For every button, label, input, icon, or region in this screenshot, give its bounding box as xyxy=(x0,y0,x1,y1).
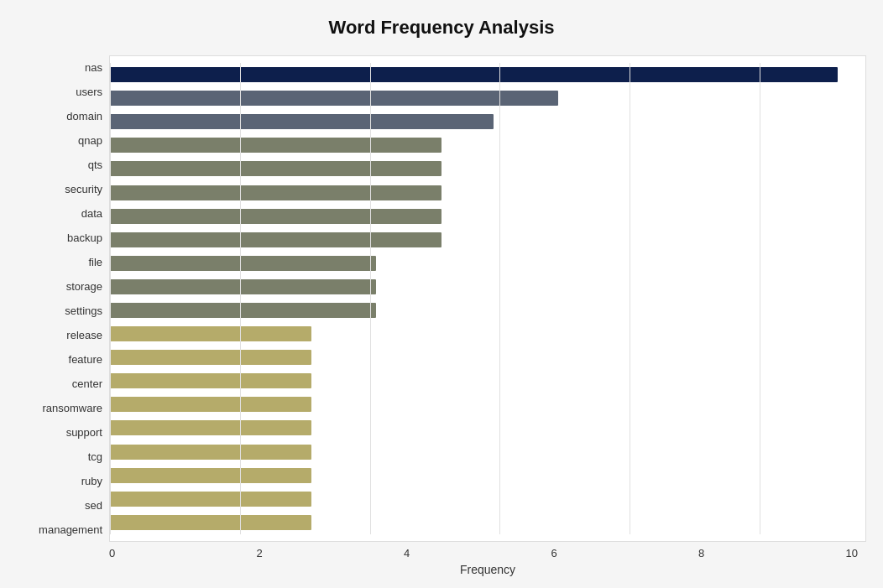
x-tick-label: 8 xyxy=(698,547,704,559)
x-tick-label: 4 xyxy=(404,547,410,559)
bar xyxy=(110,67,838,82)
bar xyxy=(110,420,311,435)
plot-area xyxy=(109,55,866,542)
bar-row xyxy=(110,301,857,320)
bar-row xyxy=(110,65,857,84)
bar xyxy=(110,256,376,271)
bar xyxy=(110,114,494,129)
y-label: management xyxy=(17,524,102,535)
bar xyxy=(110,492,311,507)
x-tick-label: 2 xyxy=(257,547,263,559)
bar-row xyxy=(110,254,857,273)
x-tick-label: 0 xyxy=(109,547,115,559)
bar-row xyxy=(110,89,857,107)
bar xyxy=(110,161,442,176)
y-label: release xyxy=(17,330,102,341)
y-label: qts xyxy=(17,159,102,170)
chart-title: Word Frequency Analysis xyxy=(17,17,866,39)
y-label: security xyxy=(17,184,102,195)
y-label: center xyxy=(17,378,102,389)
y-label: backup xyxy=(17,232,102,243)
y-label: storage xyxy=(17,281,102,292)
bar-row xyxy=(110,513,857,532)
y-label: feature xyxy=(17,354,102,365)
chart-area: nasusersdomainqnapqtssecuritydatabackupf… xyxy=(17,55,866,542)
x-tick-label: 6 xyxy=(551,547,557,559)
y-label: data xyxy=(17,208,102,219)
bar xyxy=(110,303,376,318)
bar-row xyxy=(110,231,857,249)
bar-row xyxy=(110,466,857,485)
y-label: ruby xyxy=(17,476,102,487)
y-label: users xyxy=(17,86,102,97)
bar-row xyxy=(110,372,857,390)
bar xyxy=(110,91,558,106)
y-label: qnap xyxy=(17,135,102,146)
bar xyxy=(110,468,311,483)
bar xyxy=(110,515,311,530)
bar xyxy=(110,326,311,341)
bar xyxy=(110,279,376,294)
y-label: nas xyxy=(17,62,102,73)
bar-row xyxy=(110,136,857,154)
bar-row xyxy=(110,159,857,178)
y-label: support xyxy=(17,427,102,438)
y-label: domain xyxy=(17,111,102,122)
bottom-section: 0246810 Frequency xyxy=(109,542,866,576)
bar xyxy=(110,373,311,388)
bar-row xyxy=(110,278,857,296)
bar-row xyxy=(110,184,857,202)
bar-row xyxy=(110,395,857,414)
x-tick-label: 10 xyxy=(846,547,858,559)
x-gridlines xyxy=(110,63,857,534)
x-axis-labels: 0246810 xyxy=(109,542,866,559)
bar xyxy=(110,445,311,460)
bar-row xyxy=(110,325,857,343)
bar-row xyxy=(110,207,857,226)
y-label: tcg xyxy=(17,451,102,462)
y-label: sed xyxy=(17,500,102,511)
bar-row xyxy=(110,348,857,367)
bar xyxy=(110,232,442,247)
bar xyxy=(110,209,442,224)
x-axis-title: Frequency xyxy=(109,563,866,576)
bar xyxy=(110,138,442,153)
bar-row xyxy=(110,419,857,437)
bar xyxy=(110,185,442,200)
chart-container: Word Frequency Analysis nasusersdomainqn… xyxy=(0,0,883,588)
bar-row xyxy=(110,490,857,508)
bar xyxy=(110,397,311,412)
y-labels: nasusersdomainqnapqtssecuritydatabackupf… xyxy=(17,55,109,542)
y-label: settings xyxy=(17,305,102,316)
bar xyxy=(110,350,311,365)
y-label: ransomware xyxy=(17,403,102,414)
bar-row xyxy=(110,443,857,461)
bar-row xyxy=(110,112,857,131)
y-label: file xyxy=(17,257,102,268)
